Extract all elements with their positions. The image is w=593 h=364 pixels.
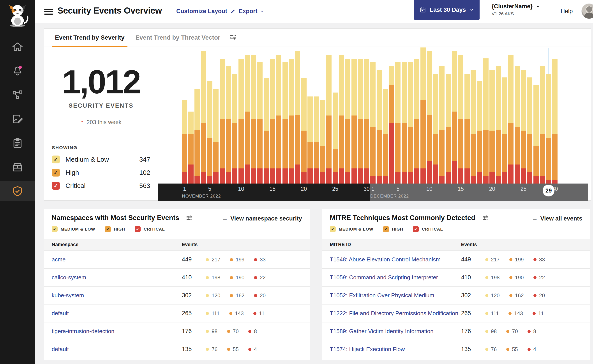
bar-dec-20[interactable]	[489, 70, 495, 183]
legend-high-checkbox[interactable]: ✓ High 102	[52, 169, 150, 176]
calico-cat-logo[interactable]	[5, 4, 30, 28]
tune-icon[interactable]	[185, 214, 193, 222]
tab-event-trend-by-severity[interactable]: Event Trend by Severity	[55, 28, 124, 47]
severity-chip-critical[interactable]: ✓CRITICAL	[135, 226, 165, 232]
namespace-link[interactable]: tigera-intrusion-detection	[52, 328, 114, 335]
mitre-technique-link[interactable]: T1052: Exfiltration Over Physical Medium	[330, 292, 434, 299]
sidebar-item-compliance[interactable]	[0, 133, 35, 153]
namespace-link[interactable]: kube-system	[52, 292, 84, 299]
bar-dec-23[interactable]	[508, 55, 513, 183]
user-avatar[interactable]	[581, 4, 593, 19]
bar-dec-17[interactable]	[471, 70, 476, 183]
legend-medium-low-checkbox[interactable]: ✓ Medium & Low 347	[52, 156, 150, 163]
bar-nov-11[interactable]	[245, 55, 250, 183]
bar-nov-9[interactable]	[232, 74, 237, 183]
severity-chip-critical[interactable]: ✓CRITICAL	[413, 226, 443, 232]
bar-dec-12[interactable]	[439, 66, 445, 183]
sidebar-item-alerts[interactable]	[0, 61, 35, 81]
bar-dec-1[interactable]	[370, 62, 376, 183]
bar-dec-4[interactable]	[389, 66, 394, 183]
date-range-selector[interactable]: Last 30 Days	[414, 0, 480, 20]
bar-dec-6[interactable]	[402, 62, 407, 183]
mitre-technique-link[interactable]: T1589: Gather Victim Identity Informatio…	[330, 328, 433, 335]
bar-dec-9[interactable]	[420, 47, 426, 183]
mitre-technique-link[interactable]: T1222: File and Directory Permissions Mo…	[330, 310, 458, 317]
bar-dec-5[interactable]	[395, 62, 400, 183]
sidebar-item-home[interactable]	[0, 37, 35, 57]
bar-nov-4[interactable]	[201, 51, 206, 183]
bar-dec-3[interactable]	[383, 89, 388, 183]
bar-dec-2[interactable]	[377, 70, 382, 183]
bar-nov-17[interactable]	[282, 62, 288, 183]
bar-nov-24[interactable]	[326, 55, 332, 183]
mitre-technique-link[interactable]: T1574: Hijack Execution Flow	[330, 346, 405, 353]
bar-nov-20[interactable]	[301, 78, 306, 183]
bar-dec-10[interactable]	[427, 51, 432, 183]
bar-nov-28[interactable]	[352, 59, 357, 183]
bar-dec-16[interactable]	[465, 74, 470, 183]
bar-dec-11[interactable]	[433, 74, 438, 183]
help-link[interactable]: Help	[560, 8, 573, 15]
export-button[interactable]: Export	[239, 8, 265, 15]
mitre-technique-link[interactable]: T1059: Command and Scripting Interpreter	[330, 274, 438, 281]
severity-chip-high[interactable]: ✓HIGH	[383, 226, 403, 232]
namespace-link[interactable]: default	[52, 346, 69, 353]
bar-nov-30[interactable]	[364, 59, 369, 183]
bar-nov-5[interactable]	[207, 81, 213, 183]
bar-dec-7[interactable]	[408, 62, 413, 183]
bar-dec-19[interactable]	[483, 58, 489, 183]
bar-nov-27[interactable]	[345, 59, 350, 183]
bar-dec-8[interactable]	[414, 59, 419, 183]
bar-dec-27[interactable]	[533, 85, 539, 183]
bar-nov-25[interactable]	[333, 92, 338, 183]
bar-dec-13[interactable]	[446, 74, 451, 183]
sidebar-item-image-assurance[interactable]	[0, 157, 35, 177]
bar-nov-16[interactable]	[276, 55, 281, 183]
bar-nov-29[interactable]	[358, 59, 363, 183]
bar-dec-14[interactable]	[452, 51, 457, 183]
bar-nov-1[interactable]	[182, 100, 187, 183]
view-namespace-security-link[interactable]: →View namespace security	[222, 215, 302, 222]
cluster-selector[interactable]: {ClusterName} V1.26 AKS	[492, 3, 540, 16]
namespace-link[interactable]: calico-system	[52, 274, 86, 281]
namespace-link[interactable]: acme	[52, 256, 66, 263]
bar-nov-18[interactable]	[289, 59, 294, 183]
bar-nov-23[interactable]	[320, 100, 325, 183]
selected-day-marker[interactable]: 29	[543, 185, 554, 196]
mitre-technique-link[interactable]: T1548: Abuse Elevation Control Mechanism	[330, 256, 440, 263]
bar-nov-8[interactable]	[226, 66, 231, 183]
bar-dec-18[interactable]	[477, 81, 482, 183]
bar-nov-15[interactable]	[270, 59, 275, 183]
bar-nov-22[interactable]	[314, 97, 319, 183]
bar-nov-13[interactable]	[257, 62, 263, 183]
bar-dec-30[interactable]	[552, 59, 558, 183]
bar-nov-19[interactable]	[295, 51, 300, 183]
bar-nov-2[interactable]	[188, 111, 193, 183]
bar-nov-3[interactable]	[194, 89, 200, 183]
trend-filter-button[interactable]	[229, 33, 237, 42]
legend-critical-checkbox[interactable]: ✓ Critical 563	[52, 182, 150, 190]
bar-nov-10[interactable]	[239, 59, 244, 183]
bar-nov-12[interactable]	[251, 55, 256, 183]
bar-nov-7[interactable]	[220, 59, 225, 183]
sidebar-item-service-graph[interactable]	[0, 85, 35, 105]
bar-dec-26[interactable]	[527, 78, 532, 183]
namespace-link[interactable]: default	[52, 310, 69, 317]
bar-dec-28[interactable]	[540, 66, 545, 183]
bar-dec-22[interactable]	[502, 78, 507, 183]
bar-nov-21[interactable]	[307, 97, 313, 183]
customize-layout-button[interactable]: Customize Layout	[176, 8, 236, 15]
bar-dec-21[interactable]	[496, 66, 501, 183]
view-all-events-link[interactable]: →View all events	[532, 215, 582, 222]
tab-event-trend-by-threat-vector[interactable]: Event Trend by Threat Vector	[135, 28, 220, 47]
sidebar-item-threat-defense[interactable]	[0, 181, 35, 201]
bar-nov-26[interactable]	[339, 55, 344, 183]
bar-nov-14[interactable]	[264, 78, 269, 183]
bar-dec-29[interactable]	[546, 74, 551, 183]
bar-dec-24[interactable]	[515, 66, 520, 183]
tune-icon[interactable]	[481, 214, 489, 222]
bar-dec-25[interactable]	[521, 70, 526, 183]
severity-chip-medium-low[interactable]: ✓MEDIUM & LOW	[52, 226, 95, 232]
bar-nov-6[interactable]	[213, 89, 219, 183]
severity-chip-medium-low[interactable]: ✓MEDIUM & LOW	[330, 226, 373, 232]
